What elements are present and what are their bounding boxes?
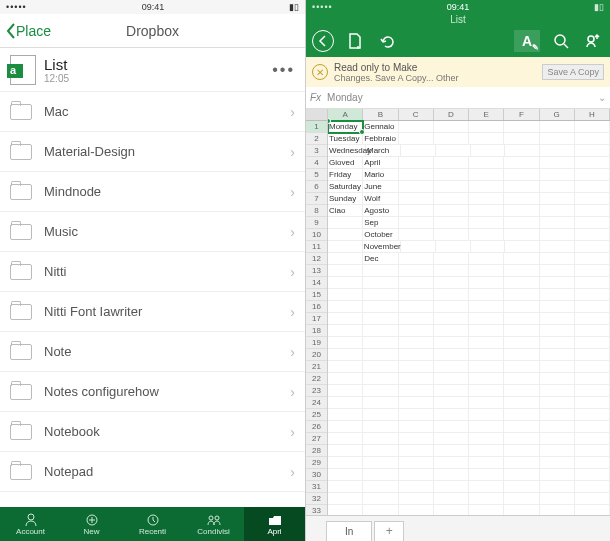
- bottombar-account[interactable]: Account: [0, 507, 61, 541]
- cell[interactable]: [434, 253, 469, 265]
- cell[interactable]: [504, 421, 539, 433]
- cell[interactable]: [399, 457, 434, 469]
- cell[interactable]: Gennaio: [363, 121, 398, 133]
- row-header[interactable]: 8: [306, 205, 327, 217]
- folder-row[interactable]: Notes configurehow›: [0, 372, 305, 412]
- cell[interactable]: [399, 229, 434, 241]
- folder-row[interactable]: Notepad›: [0, 452, 305, 492]
- cell[interactable]: [575, 505, 610, 515]
- cell[interactable]: [436, 241, 471, 253]
- cell[interactable]: [504, 229, 539, 241]
- cell[interactable]: [540, 301, 575, 313]
- cell[interactable]: [363, 325, 398, 337]
- row-header[interactable]: 32: [306, 493, 327, 505]
- row-header[interactable]: 30: [306, 469, 327, 481]
- cell[interactable]: [434, 289, 469, 301]
- cell[interactable]: Dec: [363, 253, 398, 265]
- cell[interactable]: [436, 145, 471, 157]
- cell[interactable]: [540, 421, 575, 433]
- cell[interactable]: [469, 385, 504, 397]
- cell[interactable]: [469, 301, 504, 313]
- row-header[interactable]: 1: [306, 121, 327, 133]
- cell[interactable]: [399, 313, 434, 325]
- cell[interactable]: [575, 121, 610, 133]
- col-header[interactable]: H: [575, 109, 610, 120]
- cell[interactable]: [401, 145, 436, 157]
- share-button[interactable]: [582, 30, 604, 52]
- cell[interactable]: [401, 241, 436, 253]
- row-header[interactable]: 28: [306, 445, 327, 457]
- cell[interactable]: [469, 505, 504, 515]
- undo-button[interactable]: [376, 30, 398, 52]
- cell[interactable]: [469, 205, 504, 217]
- cell[interactable]: Febbraio: [363, 133, 398, 145]
- folder-row[interactable]: Nitti›: [0, 252, 305, 292]
- folder-row[interactable]: Music›: [0, 212, 305, 252]
- cell[interactable]: [504, 133, 539, 145]
- cell[interactable]: [540, 133, 575, 145]
- cell[interactable]: [399, 193, 434, 205]
- cell[interactable]: [575, 169, 610, 181]
- cell[interactable]: [399, 421, 434, 433]
- select-all-corner[interactable]: [306, 109, 327, 121]
- cell[interactable]: [434, 385, 469, 397]
- cell[interactable]: [504, 469, 539, 481]
- cell[interactable]: [434, 157, 469, 169]
- cell[interactable]: [434, 505, 469, 515]
- cell[interactable]: [434, 469, 469, 481]
- cell[interactable]: [575, 385, 610, 397]
- row-header[interactable]: 3: [306, 145, 327, 157]
- col-header[interactable]: C: [399, 109, 434, 120]
- cell[interactable]: [575, 469, 610, 481]
- cell[interactable]: [434, 181, 469, 193]
- cell[interactable]: March: [366, 145, 401, 157]
- cell[interactable]: [469, 337, 504, 349]
- cell[interactable]: [399, 433, 434, 445]
- cell[interactable]: [540, 289, 575, 301]
- cell[interactable]: Tuesday: [328, 133, 363, 145]
- cell[interactable]: [434, 373, 469, 385]
- cell[interactable]: [575, 181, 610, 193]
- cell[interactable]: [399, 337, 434, 349]
- cell[interactable]: [575, 253, 610, 265]
- col-header[interactable]: A: [328, 109, 363, 120]
- cell[interactable]: [540, 433, 575, 445]
- cell[interactable]: [540, 373, 575, 385]
- row-header[interactable]: 22: [306, 373, 327, 385]
- cell[interactable]: [328, 337, 363, 349]
- cell[interactable]: [399, 349, 434, 361]
- bottombar-recenti[interactable]: Recenti: [122, 507, 183, 541]
- new-file-button[interactable]: [344, 30, 366, 52]
- cell[interactable]: [575, 145, 610, 157]
- cell[interactable]: [399, 133, 434, 145]
- cell[interactable]: [434, 265, 469, 277]
- save-copy-button[interactable]: Save A Copy: [542, 64, 604, 80]
- sheet-tab[interactable]: In: [326, 521, 372, 541]
- cell[interactable]: [540, 361, 575, 373]
- cell[interactable]: [469, 421, 504, 433]
- cell[interactable]: [540, 337, 575, 349]
- cell[interactable]: [434, 325, 469, 337]
- cell[interactable]: [471, 241, 506, 253]
- cell[interactable]: [399, 205, 434, 217]
- cell[interactable]: [504, 505, 539, 515]
- row-header[interactable]: 9: [306, 217, 327, 229]
- cell[interactable]: [363, 337, 398, 349]
- cell[interactable]: [363, 373, 398, 385]
- cell[interactable]: [328, 505, 363, 515]
- cell[interactable]: [434, 169, 469, 181]
- cell[interactable]: [328, 229, 363, 241]
- cell[interactable]: [540, 229, 575, 241]
- cell[interactable]: Friday: [328, 169, 363, 181]
- cell[interactable]: [434, 421, 469, 433]
- cell[interactable]: [434, 361, 469, 373]
- cell[interactable]: [363, 481, 398, 493]
- spreadsheet-grid[interactable]: 1234567891011121314151617181920212223242…: [306, 109, 610, 515]
- cell[interactable]: [540, 469, 575, 481]
- cell[interactable]: [363, 361, 398, 373]
- cell[interactable]: [328, 433, 363, 445]
- cell[interactable]: [504, 385, 539, 397]
- cell[interactable]: [434, 193, 469, 205]
- bottombar-condivisi[interactable]: Condivisi: [183, 507, 244, 541]
- cell[interactable]: [504, 157, 539, 169]
